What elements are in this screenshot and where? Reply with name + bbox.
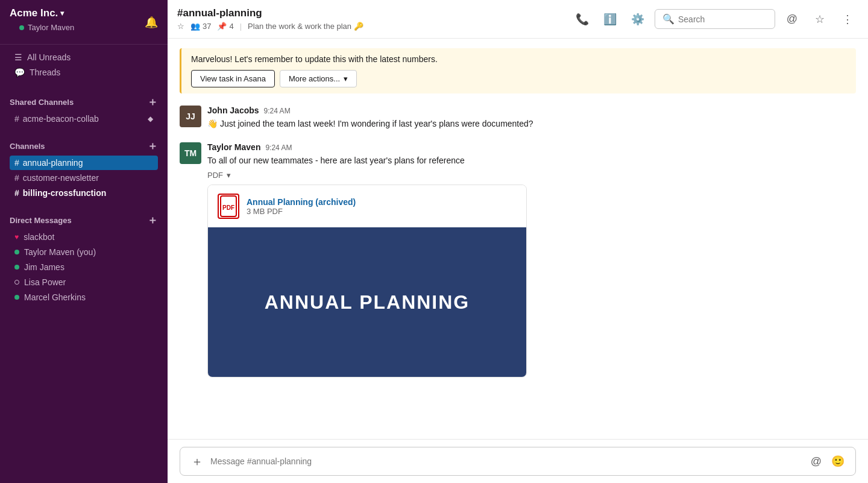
workspace-name-text: Acme Inc.: [10, 7, 58, 19]
channel-name: annual-planning: [23, 158, 83, 168]
dm-name: slackbot: [24, 232, 54, 242]
message-content: Taylor Maven 9:24 AM To all of our new t…: [207, 142, 856, 377]
dm-item-taylor-maven[interactable]: Taylor Maven (you): [10, 245, 158, 259]
add-shared-channel-icon[interactable]: ＋: [147, 95, 158, 109]
channel-title: #annual-planning: [177, 7, 363, 19]
dm-section: Direct Messages ＋ ♥ slackbot Taylor Mave…: [0, 203, 168, 308]
divider: |: [240, 22, 242, 31]
channel-item-billing-crossfunction[interactable]: # billing-crossfunction: [10, 186, 158, 200]
dm-item-marcel-gherkins[interactable]: Marcel Gherkins: [10, 290, 158, 305]
mention-input-icon[interactable]: @: [808, 453, 824, 470]
shared-channels-section: Shared Channels ＋ # acme-beacon-collab ◆: [0, 85, 168, 129]
message-sender: Taylor Maven: [207, 142, 260, 152]
more-options-icon-button[interactable]: ⋮: [837, 8, 858, 30]
channel-header-left: #annual-planning ☆ 👥 37 📌 4 | Plan the w…: [177, 7, 363, 31]
workspace-chevron-icon: ▾: [60, 9, 64, 17]
message-header: John Jacobs 9:24 AM: [207, 106, 856, 115]
mention-icon-button[interactable]: @: [781, 8, 803, 30]
avatar: JJ: [180, 106, 201, 127]
star-icon[interactable]: ☆: [177, 22, 184, 31]
message-row: JJ John Jacobs 9:24 AM 👋 Just joined the…: [180, 106, 856, 130]
message-time: 9:24 AM: [264, 107, 291, 115]
user-name: Taylor Maven: [28, 23, 74, 32]
channel-name-title: #annual-planning: [177, 7, 262, 19]
dm-header[interactable]: Direct Messages ＋: [10, 213, 158, 227]
more-actions-button[interactable]: More actions... ▾: [280, 70, 357, 87]
pdf-label[interactable]: PDF ▾: [207, 171, 856, 180]
view-task-button[interactable]: View task in Asana: [191, 70, 275, 87]
partial-message: Marvelous! Let's remember to update this…: [180, 48, 856, 93]
main-content: #annual-planning ☆ 👥 37 📌 4 | Plan the w…: [168, 0, 868, 483]
message-content: John Jacobs 9:24 AM 👋 Just joined the te…: [207, 106, 856, 130]
partial-message-text: Marvelous! Let's remember to update this…: [191, 54, 846, 64]
sidebar-nav: ☰ All Unreads 💬 Threads: [0, 45, 168, 85]
pdf-chevron-icon: ▾: [227, 171, 231, 180]
sidebar-item-threads[interactable]: 💬 Threads: [5, 65, 163, 80]
dm-name: Marcel Gherkins: [24, 292, 86, 302]
pdf-card-header: PDF Annual Planning (archived) 3 MB PDF: [208, 185, 526, 227]
hash-icon: #: [14, 158, 19, 168]
pdf-preview: ANNUAL PLANNING: [208, 227, 526, 377]
workspace-name[interactable]: Acme Inc. ▾: [10, 7, 84, 19]
search-box[interactable]: 🔍: [655, 9, 775, 29]
shared-channels-header[interactable]: Shared Channels ＋: [10, 95, 158, 109]
message-row: TM Taylor Maven 9:24 AM To all of our ne…: [180, 142, 856, 377]
shared-channels-label: Shared Channels: [10, 98, 74, 107]
channel-item-customer-newsletter[interactable]: # customer-newsletter: [10, 171, 158, 185]
pins-count: 4: [229, 22, 233, 31]
pdf-icon-graphic: PDF: [220, 195, 237, 217]
sidebar-header: Acme Inc. ▾ Taylor Maven 🔔: [0, 0, 168, 45]
dropdown-chevron-icon: ▾: [344, 74, 348, 83]
all-unreads-label: All Unreads: [27, 52, 71, 62]
channel-name: acme-beacon-collab: [23, 114, 99, 124]
add-dm-icon[interactable]: ＋: [147, 213, 158, 227]
search-icon: 🔍: [662, 13, 675, 25]
dm-item-lisa-power[interactable]: Lisa Power: [10, 275, 158, 289]
threads-label: Threads: [30, 68, 60, 77]
pdf-label-text: PDF: [207, 171, 223, 180]
star-header-icon-button[interactable]: ☆: [809, 8, 831, 30]
notifications-bell-icon[interactable]: 🔔: [145, 16, 158, 29]
members-icon: 👥: [190, 22, 200, 31]
pin-icon: 📌: [217, 22, 227, 31]
message-input[interactable]: [210, 456, 804, 466]
avatar-initials: JJ: [186, 112, 195, 121]
pdf-attachment-card[interactable]: PDF Annual Planning (archived) 3 MB PDF …: [207, 185, 527, 377]
channels-section: Channels ＋ # annual-planning # customer-…: [0, 129, 168, 203]
settings-icon-button[interactable]: ⚙️: [627, 8, 649, 30]
add-attachment-button[interactable]: ＋: [189, 453, 206, 470]
dm-name: Lisa Power: [24, 277, 66, 287]
all-unreads-icon: ☰: [14, 52, 22, 62]
add-channel-icon[interactable]: ＋: [147, 139, 158, 153]
channel-name: billing-crossfunction: [23, 188, 106, 198]
message-sender: John Jacobs: [207, 106, 259, 115]
dm-online-icon: [14, 295, 19, 300]
dm-online-icon: [14, 250, 19, 254]
dm-name: Taylor Maven (you): [24, 247, 96, 257]
pdf-file-info: Annual Planning (archived) 3 MB PDF: [247, 197, 356, 216]
avatar-initials: TM: [184, 148, 197, 158]
channel-item-acme-beacon-collab[interactable]: # acme-beacon-collab ◆: [10, 112, 158, 126]
pdf-file-icon: PDF: [218, 194, 239, 219]
dm-item-jim-james[interactable]: Jim James: [10, 260, 158, 274]
emoji-input-icon[interactable]: 🙂: [829, 452, 847, 470]
pins-item: 📌 4: [217, 22, 233, 31]
members-count-item: 👥 37: [190, 22, 211, 31]
channel-description: Plan the work & work the plan 🔑: [248, 22, 363, 31]
message-input-area: ＋ @ 🙂: [168, 439, 868, 483]
call-icon-button[interactable]: 📞: [571, 8, 593, 30]
bookmark-icon: ◆: [148, 115, 153, 123]
channel-header-right: 📞 ℹ️ ⚙️ 🔍 @ ☆ ⋮: [571, 8, 858, 30]
dm-item-slackbot[interactable]: ♥ slackbot: [10, 230, 158, 244]
dm-name: Jim James: [24, 262, 64, 272]
avatar: TM: [180, 142, 201, 164]
sidebar-item-all-unreads[interactable]: ☰ All Unreads: [5, 50, 163, 65]
hash-icon: #: [14, 114, 19, 124]
info-icon-button[interactable]: ℹ️: [599, 8, 621, 30]
channel-item-annual-planning[interactable]: # annual-planning: [10, 156, 158, 170]
channels-header[interactable]: Channels ＋: [10, 139, 158, 153]
search-input[interactable]: [678, 14, 767, 24]
message-input-box: ＋ @ 🙂: [180, 447, 856, 476]
action-buttons: View task in Asana More actions... ▾: [191, 70, 846, 87]
channels-label: Channels: [10, 142, 45, 151]
